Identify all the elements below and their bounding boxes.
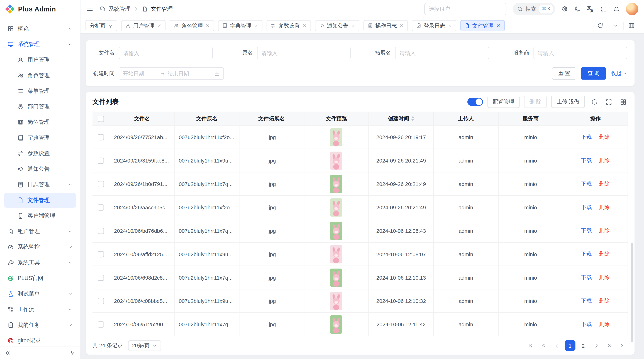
file-preview-thumbnail[interactable] <box>330 292 342 310</box>
file-preview-thumbnail[interactable] <box>330 245 342 263</box>
column-settings-icon[interactable] <box>618 98 628 105</box>
sidebar-item[interactable]: 系统工具 <box>4 255 76 270</box>
download-link[interactable]: 下载 <box>581 251 592 257</box>
tenant-select-input[interactable] <box>424 3 506 15</box>
filter-field-input[interactable] <box>257 47 351 59</box>
download-link[interactable]: 下载 <box>581 134 592 140</box>
row-checkbox[interactable] <box>98 275 104 281</box>
row-checkbox[interactable] <box>98 134 104 140</box>
sort-desc-icon[interactable] <box>411 119 414 121</box>
search-button[interactable]: 查 询 <box>582 67 606 80</box>
row-checkbox[interactable] <box>98 298 104 304</box>
collapse-filter-link[interactable]: 收起 <box>611 70 627 77</box>
close-tab-icon[interactable] <box>448 23 452 28</box>
sidebar-item[interactable]: 租户管理 <box>4 224 76 239</box>
file-preview-thumbnail[interactable] <box>330 198 342 217</box>
page-tab[interactable]: 通知公告 <box>315 20 360 31</box>
row-checkbox[interactable] <box>98 204 104 210</box>
column-header[interactable]: 文件名 <box>110 112 174 125</box>
toolbar-toggle-switch[interactable] <box>467 98 483 106</box>
first-page-button[interactable] <box>525 340 536 351</box>
sidebar-item[interactable]: 文件管理 <box>4 193 76 208</box>
download-link[interactable]: 下载 <box>581 274 592 280</box>
delete-link[interactable]: 删除 <box>599 157 610 163</box>
sidebar-item[interactable]: 岗位管理 <box>4 115 76 130</box>
language-translate-icon[interactable] <box>587 5 594 12</box>
file-preview-thumbnail[interactable] <box>330 175 342 193</box>
delete-link[interactable]: 删除 <box>599 298 610 304</box>
sidebar-item[interactable]: 角色管理 <box>4 68 76 83</box>
column-header[interactable]: 上传人 <box>434 112 498 125</box>
end-date-input[interactable] <box>168 70 202 76</box>
config-manage-button[interactable]: 配置管理 <box>488 96 520 108</box>
sidebar-item[interactable]: 系统监控 <box>4 240 76 255</box>
page-number-button[interactable]: 2 <box>578 340 588 351</box>
sidebar-item[interactable]: 参数设置 <box>4 146 76 161</box>
delete-link[interactable]: 删除 <box>599 134 610 140</box>
page-tab[interactable]: 操作日志 <box>364 20 408 31</box>
close-tab-icon[interactable] <box>302 23 307 28</box>
reset-button[interactable]: 重 置 <box>552 67 576 80</box>
sidebar-item[interactable]: gitee记录 <box>4 333 76 346</box>
dark-mode-moon-icon[interactable] <box>574 5 581 12</box>
hamburger-menu-icon[interactable] <box>86 5 93 12</box>
user-avatar[interactable] <box>626 3 638 15</box>
delete-link[interactable]: 删除 <box>599 274 610 280</box>
pin-sidebar-icon[interactable] <box>70 350 75 356</box>
global-search-button[interactable]: 搜索 ⌘ K <box>512 3 555 15</box>
page-tab[interactable]: 登录日志 <box>412 20 456 31</box>
filter-field-input[interactable] <box>395 47 489 59</box>
close-tab-icon[interactable] <box>205 23 210 28</box>
download-link[interactable]: 下载 <box>581 204 592 210</box>
close-tab-icon[interactable] <box>351 23 355 28</box>
table-scrollbar-thumb[interactable] <box>631 243 634 342</box>
row-checkbox[interactable] <box>98 228 104 234</box>
close-tab-icon[interactable] <box>157 23 161 28</box>
sidebar-item[interactable]: 日志管理 <box>4 177 76 192</box>
content-fullscreen-icon[interactable] <box>624 22 639 30</box>
tab-options-chevron-icon[interactable] <box>608 22 624 30</box>
sidebar-item[interactable]: 工作流 <box>4 302 76 317</box>
fullscreen-icon[interactable] <box>600 5 607 12</box>
column-header[interactable]: 服务商 <box>498 112 563 125</box>
download-link[interactable]: 下载 <box>581 227 592 234</box>
collapse-sidebar-button[interactable] <box>5 350 11 356</box>
prev-group-button[interactable] <box>538 340 549 351</box>
next-page-button[interactable] <box>591 340 602 351</box>
page-tab[interactable]: 用户管理 <box>121 20 166 31</box>
sidebar-item[interactable]: 概览 <box>4 21 76 36</box>
breadcrumb-root[interactable]: 系统管理 <box>108 5 130 12</box>
sidebar-item[interactable]: 菜单管理 <box>4 84 76 98</box>
download-link[interactable]: 下载 <box>581 181 592 187</box>
page-tab[interactable]: 文件管理 <box>460 20 505 31</box>
delete-link[interactable]: 删除 <box>599 251 610 257</box>
date-range-picker[interactable] <box>119 67 224 80</box>
page-tab[interactable]: 分析页 <box>86 20 117 31</box>
delete-link[interactable]: 删除 <box>599 204 610 210</box>
column-header[interactable]: 文件预览 <box>304 112 369 125</box>
refresh-page-icon[interactable] <box>593 22 608 30</box>
close-tab-icon[interactable] <box>399 23 404 28</box>
close-tab-icon[interactable] <box>254 23 258 28</box>
sidebar-item[interactable]: 客户端管理 <box>4 208 76 223</box>
sidebar-item[interactable]: 字典管理 <box>4 130 76 145</box>
download-link[interactable]: 下载 <box>581 157 592 163</box>
row-checkbox[interactable] <box>98 181 104 187</box>
select-all-checkbox[interactable] <box>98 116 104 122</box>
delete-link[interactable]: 删除 <box>599 181 610 187</box>
next-group-button[interactable] <box>604 340 615 351</box>
row-checkbox[interactable] <box>98 158 104 164</box>
start-date-input[interactable] <box>123 70 157 76</box>
column-header[interactable]: 创建时间 <box>369 112 434 125</box>
delete-link[interactable]: 删除 <box>599 321 610 327</box>
page-tab[interactable]: 角色管理 <box>170 20 214 31</box>
prev-page-button[interactable] <box>552 340 562 351</box>
upload-button[interactable]: 上传 没做 <box>551 96 585 108</box>
batch-delete-button[interactable]: 删 除 <box>524 96 547 108</box>
download-link[interactable]: 下载 <box>581 298 592 304</box>
sidebar-item[interactable]: 用户管理 <box>4 52 76 67</box>
file-preview-thumbnail[interactable] <box>330 222 342 240</box>
row-checkbox[interactable] <box>98 251 104 257</box>
sidebar-item[interactable]: 我的任务 <box>4 318 76 333</box>
table-fullscreen-icon[interactable] <box>604 98 614 105</box>
